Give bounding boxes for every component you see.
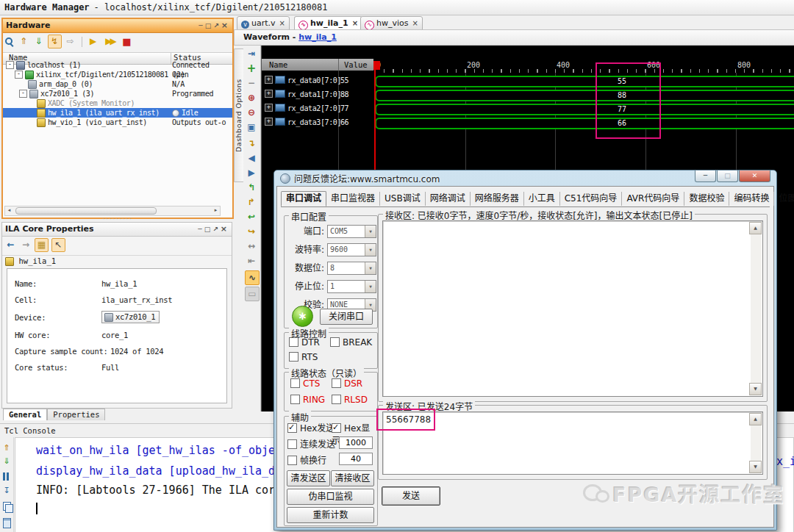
- clear-send-button[interactable]: 清发送区: [287, 470, 330, 486]
- signal-row-rx-data1[interactable]: rx_data1[7:0] 88: [262, 87, 373, 101]
- column-value[interactable]: Value: [344, 59, 368, 71]
- tab-checksum[interactable]: 数据校验: [684, 192, 729, 206]
- tab-encoding[interactable]: 编码转换: [729, 192, 774, 206]
- tab-net-server[interactable]: 网络服务器: [471, 192, 524, 206]
- tab-hw-ila-1[interactable]: ∿hw_ila_1: [294, 16, 362, 30]
- next-transition-icon[interactable]: ↱: [245, 195, 258, 209]
- tab-properties[interactable]: Properties: [47, 409, 105, 420]
- goto-cursor-icon[interactable]: ↴: [245, 137, 258, 150]
- zoom-in-icon[interactable]: ⊕: [245, 91, 258, 104]
- send-button[interactable]: 发送: [382, 486, 440, 506]
- continuous-send-interval-input[interactable]: [339, 436, 373, 449]
- search-icon[interactable]: [4, 37, 15, 47]
- expander-icon[interactable]: [265, 90, 273, 98]
- chevron-down-icon[interactable]: [365, 244, 376, 256]
- run-trigger-icon[interactable]: ▶: [87, 35, 99, 48]
- tree-row-localhost[interactable]: localhost (1) Connected: [3, 60, 232, 70]
- close-tab-icon[interactable]: [412, 17, 418, 29]
- baudrate-select[interactable]: 9600: [327, 243, 376, 256]
- dialog-titlebar[interactable]: 问题反馈论坛:www.smartmcu.com: [280, 173, 440, 186]
- float-icon[interactable]: [213, 22, 221, 29]
- trigger-wave-icon[interactable]: ∿: [245, 270, 260, 285]
- undo-view-icon[interactable]: ↩: [245, 210, 258, 223]
- goto-time-icon[interactable]: ⇥: [245, 47, 258, 60]
- tab-general[interactable]: General: [3, 409, 47, 420]
- minimize-icon[interactable]: [198, 226, 204, 233]
- expander-icon[interactable]: [15, 71, 23, 79]
- frame-newline-count-input[interactable]: [339, 453, 373, 465]
- tab-c51-wizard[interactable]: C51代码向导: [560, 192, 623, 206]
- run-trigger-immediate-icon[interactable]: ▶▶: [102, 35, 118, 48]
- copy-icon[interactable]: [3, 502, 11, 511]
- send-scrollbar[interactable]: [751, 413, 762, 473]
- scroll-up-icon[interactable]: [749, 222, 762, 234]
- close-port-button[interactable]: 关闭串口: [320, 309, 373, 325]
- remove-signal-icon[interactable]: −: [245, 76, 258, 90]
- expander-icon[interactable]: [265, 76, 273, 84]
- signal-row-rx-data2[interactable]: rx_data2[7:0] 77: [262, 101, 373, 115]
- swap-icon[interactable]: ↔: [245, 240, 258, 253]
- close-tab-icon[interactable]: [352, 17, 358, 29]
- reset-counter-button[interactable]: 重新计数: [287, 507, 374, 523]
- expander-icon[interactable]: [265, 118, 273, 126]
- scroll-lock-icon[interactable]: ↧: [1, 486, 12, 496]
- close-tab-icon[interactable]: [279, 17, 285, 29]
- tree-row-arm-dap[interactable]: arm_dap_0 (0) N/A: [3, 79, 232, 89]
- signal-row-rx-data3[interactable]: rx_data3[7:0] 66: [262, 115, 373, 129]
- tab-hw-vios[interactable]: ∿hw_vios: [360, 16, 423, 30]
- tab-uart-v[interactable]: vuart.v: [237, 16, 290, 30]
- chevron-down-icon[interactable]: [365, 226, 376, 237]
- continuous-send-checkbox[interactable]: 连续发送: [287, 437, 335, 450]
- expand-all-icon[interactable]: ⇓: [32, 35, 45, 48]
- expand-all-icon[interactable]: ⇓: [1, 456, 12, 467]
- float-icon[interactable]: [212, 226, 221, 233]
- goto-start-icon[interactable]: ◀: [245, 151, 258, 165]
- tab-tools[interactable]: 小工具: [524, 192, 560, 206]
- chevron-down-icon[interactable]: [365, 281, 376, 292]
- tab-serial-debug[interactable]: 串口调试: [281, 191, 326, 206]
- hex-send-checkbox[interactable]: Hex发送: [287, 421, 335, 434]
- chevron-down-icon[interactable]: [365, 262, 376, 274]
- break-checkbox[interactable]: BREAK: [330, 337, 372, 348]
- collapse-all-icon[interactable]: ⇑: [1, 443, 12, 453]
- frame-newline-checkbox[interactable]: 帧换行: [287, 453, 326, 466]
- tree-row-xadc[interactable]: XADC (System Monitor): [3, 98, 232, 108]
- maximize-icon[interactable]: [205, 22, 214, 29]
- tab-net-debug[interactable]: 网络调试: [426, 192, 471, 206]
- zoom-fit-icon[interactable]: ▣: [245, 121, 258, 134]
- expander-icon[interactable]: [6, 61, 14, 69]
- collapse-all-icon[interactable]: ⇑: [18, 35, 30, 48]
- maximize-button[interactable]: □: [717, 170, 738, 182]
- autoconnect-icon[interactable]: ↯: [48, 35, 62, 48]
- port-open-indicator-icon[interactable]: ∗: [292, 306, 313, 327]
- receive-textarea[interactable]: [382, 220, 763, 397]
- deploy-icon[interactable]: ⇨: [64, 35, 76, 48]
- stop-trigger-icon[interactable]: ■: [121, 35, 133, 48]
- tab-serial-monitor[interactable]: 串口监视器: [326, 192, 380, 206]
- close-icon[interactable]: [221, 22, 230, 29]
- horizontal-scrollbar[interactable]: ◂ ▸: [4, 206, 221, 216]
- minimize-icon[interactable]: [198, 22, 204, 29]
- clear-console-icon[interactable]: [3, 518, 11, 528]
- maximize-icon[interactable]: [204, 226, 213, 233]
- scrollbar-thumb[interactable]: [15, 207, 157, 215]
- pause-output-icon[interactable]: [3, 472, 9, 481]
- device-button[interactable]: xc7z010_1: [101, 311, 160, 323]
- add-signal-icon[interactable]: +: [245, 62, 258, 75]
- tree-row-hw-ila-1[interactable]: hw_ila_1 (ila_uart_rx_inst) Idle: [3, 108, 232, 118]
- forward-icon[interactable]: →: [20, 239, 32, 251]
- tree-row-target[interactable]: xilinx_tcf/Digilent/210512180081 (2) Ope…: [3, 70, 232, 79]
- tab-usb-debug[interactable]: USB调试: [380, 192, 426, 206]
- expander-icon[interactable]: [19, 90, 27, 98]
- scroll-down-icon[interactable]: [749, 383, 762, 395]
- tree-row-hw-vio-1[interactable]: hw_vio_1 (vio_uart_inst) Outputs out-o: [3, 118, 232, 127]
- pointer-icon[interactable]: ↖: [51, 238, 65, 252]
- databits-select[interactable]: 8: [327, 262, 376, 275]
- clear-receive-button[interactable]: 清接收区: [331, 470, 374, 486]
- zoom-out-icon[interactable]: ⊖: [245, 106, 258, 119]
- pseudo-serial-monitor-button[interactable]: 伪串口监视: [287, 489, 374, 505]
- stopbits-select[interactable]: 1: [327, 280, 376, 293]
- core-properties-icon[interactable]: ▦: [35, 238, 49, 252]
- tab-avr-wizard[interactable]: AVR代码向导: [622, 192, 684, 206]
- minimize-button[interactable]: ─: [695, 170, 716, 182]
